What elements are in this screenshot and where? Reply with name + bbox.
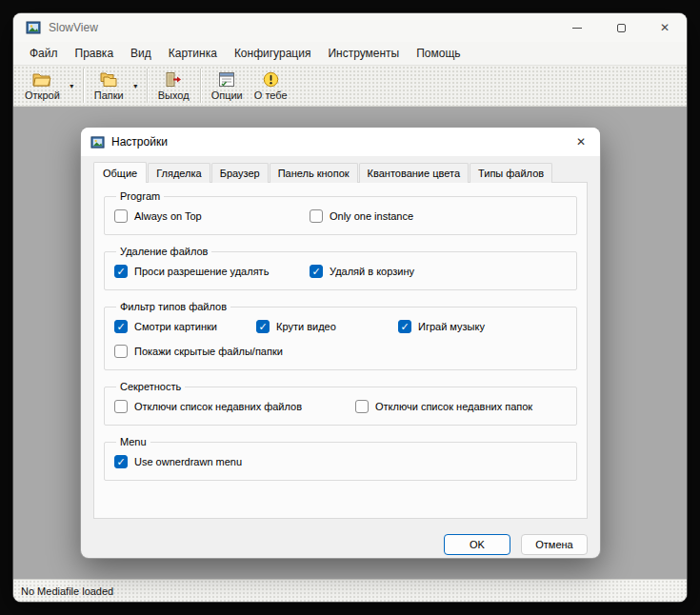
dialog-title: Настройки (111, 135, 555, 149)
checkbox-label: Отключи список недавних файлов (134, 401, 302, 412)
group-menu: Menu Use ownerdrawn menu (104, 436, 577, 481)
menu-tools[interactable]: Инструменты (319, 44, 408, 63)
toolbar-options-label: Опции (211, 89, 243, 101)
close-button[interactable]: ✕ (643, 13, 687, 42)
group-program: Program Always on Top Only one instance (104, 190, 577, 235)
tab-file-types[interactable]: Типы файлов (470, 163, 552, 183)
menu-file[interactable]: Файл (21, 44, 67, 63)
checkbox-disable-recent-folders[interactable]: Отключи список недавних папок (355, 400, 532, 413)
checkbox-delete-to-recycle-bin[interactable]: Удаляй в корзину (310, 265, 414, 278)
menu-image[interactable]: Картинка (160, 44, 226, 63)
open-folder-icon (32, 71, 51, 89)
maximize-icon (617, 24, 626, 32)
tab-page-general: Program Always on Top Only one instance (93, 182, 588, 519)
tab-button-panel[interactable]: Панель кнопок (270, 163, 358, 183)
checkbox[interactable] (310, 265, 323, 278)
close-icon: ✕ (660, 21, 670, 34)
toolbar-open-dropdown[interactable]: ▾ (66, 67, 78, 105)
menu-view[interactable]: Вид (122, 44, 160, 63)
dialog-body: Общие Гляделка Браузер Панель кнопок Ква… (81, 156, 600, 558)
toolbar-separator (147, 69, 148, 103)
app-icon (26, 20, 41, 35)
toolbar-folders-dropdown[interactable]: ▾ (130, 67, 142, 105)
checkbox-label: Крути видео (276, 321, 336, 332)
group-file-type-filter: Фильтр типов файлов Смотри картинки Крут… (104, 301, 577, 370)
options-icon (218, 71, 235, 89)
folders-icon (99, 71, 118, 89)
dialog-footer: OK Отмена (93, 534, 588, 555)
checkbox[interactable] (256, 320, 270, 333)
group-title: Фильтр типов файлов (116, 301, 230, 312)
tab-color-quantization[interactable]: Квантование цвета (359, 163, 469, 183)
menu-edit[interactable]: Правка (67, 44, 123, 63)
chevron-down-icon: ▾ (70, 82, 73, 90)
chevron-down-icon: ▾ (133, 82, 137, 90)
window-title: SlowView (49, 21, 548, 34)
tab-viewer[interactable]: Гляделка (148, 163, 210, 183)
toolbar-about-button[interactable]: О тебе (249, 67, 293, 105)
checkbox[interactable] (355, 400, 369, 413)
toolbar-exit-button[interactable]: Выход (152, 67, 195, 105)
app-icon (90, 135, 105, 149)
checkbox-label: Смотри картинки (134, 321, 217, 332)
checkbox-play-video[interactable]: Крути видео (256, 320, 398, 333)
toolbar-folders-button[interactable]: Папки (89, 67, 130, 105)
group-privacy: Секретность Отключи список недавних файл… (104, 381, 577, 426)
settings-dialog: Настройки ✕ Общие Гляделка Браузер Панел… (81, 128, 600, 558)
toolbar: Открой ▾ Папки ▾ (13, 65, 687, 107)
statusbar-text: No Mediafile loaded (21, 585, 113, 597)
checkbox-ownerdrawn-menu[interactable]: Use ownerdrawn menu (114, 455, 242, 468)
checkbox-label: Always on Top (134, 210, 202, 222)
client-area: Настройки ✕ Общие Гляделка Браузер Панел… (13, 107, 687, 579)
group-file-deletion: Удаление файлов Проси разрешение удалять… (104, 246, 577, 290)
checkbox[interactable] (114, 320, 128, 333)
checkbox-label: Отключи список недавних папок (375, 401, 532, 412)
toolbar-about-label: О тебе (254, 89, 288, 101)
toolbar-options-button[interactable]: Опции (206, 67, 249, 105)
checkbox-disable-recent-files[interactable]: Отключи список недавних файлов (114, 400, 355, 413)
maximize-button[interactable] (599, 13, 643, 42)
checkbox-label: Проси разрешение удалять (134, 266, 269, 277)
menu-configuration[interactable]: Конфигурация (226, 44, 320, 63)
dialog-titlebar: Настройки ✕ (81, 128, 600, 156)
checkbox[interactable] (114, 455, 128, 468)
checkbox[interactable] (114, 209, 128, 223)
checkbox[interactable] (114, 265, 128, 278)
group-title: Удаление файлов (116, 246, 211, 257)
checkbox[interactable] (398, 320, 411, 333)
minimize-icon (572, 28, 582, 29)
checkbox[interactable] (114, 345, 128, 358)
checkbox-label: Покажи скрытые файлы/папки (134, 346, 283, 357)
checkbox-play-music[interactable]: Играй музыку (398, 320, 485, 333)
group-title: Menu (116, 436, 150, 447)
checkbox-always-on-top[interactable]: Always on Top (114, 209, 310, 223)
toolbar-separator (200, 69, 201, 103)
exit-icon (165, 71, 183, 89)
checkbox-label: Удаляй в корзину (330, 266, 414, 277)
checkbox-view-images[interactable]: Смотри картинки (114, 320, 256, 333)
tab-general[interactable]: Общие (93, 162, 147, 183)
checkbox[interactable] (114, 400, 128, 413)
toolbar-open-label: Открой (25, 89, 60, 101)
minimize-button[interactable] (555, 13, 599, 42)
checkbox-ask-delete-permission[interactable]: Проси разрешение удалять (114, 265, 310, 278)
main-window: SlowView ✕ Файл Правка Вид Картинка Конф… (13, 13, 687, 602)
checkbox[interactable] (310, 209, 323, 223)
toolbar-open-button[interactable]: Открой (19, 67, 66, 105)
checkbox-label: Играй музыку (418, 321, 485, 332)
dialog-close-button[interactable]: ✕ (562, 128, 600, 156)
checkbox-show-hidden-files[interactable]: Покажи скрытые файлы/папки (114, 345, 283, 358)
about-icon (263, 71, 279, 89)
titlebar: SlowView ✕ (13, 13, 687, 42)
toolbar-folders-label: Папки (94, 89, 124, 101)
tab-browser[interactable]: Браузер (211, 163, 269, 183)
ok-button[interactable]: OK (444, 534, 510, 555)
toolbar-exit-label: Выход (158, 89, 190, 101)
statusbar: No Mediafile loaded (13, 579, 687, 602)
checkbox-label: Only one instance (330, 210, 413, 222)
checkbox-only-one-instance[interactable]: Only one instance (310, 209, 413, 223)
tab-strip: Общие Гляделка Браузер Панель кнопок Ква… (93, 162, 588, 182)
menu-help[interactable]: Помощь (408, 44, 469, 63)
cancel-button[interactable]: Отмена (521, 534, 588, 555)
group-title: Секретность (116, 381, 185, 392)
